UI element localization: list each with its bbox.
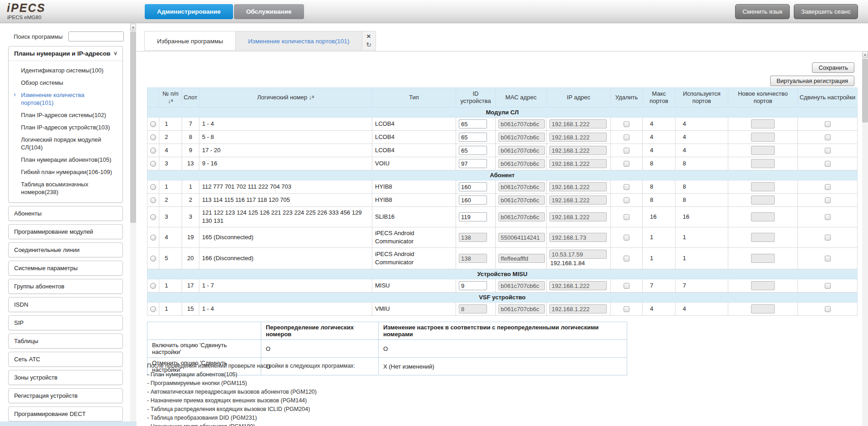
sort-ascending-icon[interactable]: ↓ᵃ xyxy=(309,94,314,101)
delete-checkbox[interactable] xyxy=(624,256,629,262)
row-select-radio[interactable] xyxy=(150,306,156,312)
sidebar-item[interactable]: Таблица восьмизначных номеров(238) xyxy=(9,178,120,198)
delete-checkbox[interactable] xyxy=(624,235,629,241)
row-select-radio[interactable] xyxy=(150,197,156,203)
delete-checkbox[interactable] xyxy=(624,148,629,154)
device-id-input[interactable] xyxy=(459,119,487,128)
cell-ip-address xyxy=(547,207,611,227)
cell-delete xyxy=(611,207,643,227)
close-tab-icon[interactable]: ✕ xyxy=(366,34,371,39)
sidebar-section-header[interactable]: Таблицы xyxy=(9,334,122,348)
delete-checkbox[interactable] xyxy=(624,161,629,167)
sidebar-section-header[interactable]: Зоны устройств xyxy=(9,370,122,385)
sidebar-section-header[interactable]: Планы нумерации и IP-адресов∨ xyxy=(9,46,122,61)
nav-tab-maintenance[interactable]: Обслуживание xyxy=(234,4,304,19)
device-id-input[interactable] xyxy=(459,195,487,205)
sidebar-item[interactable]: Обзор системы xyxy=(9,77,120,89)
row-select-radio[interactable] xyxy=(150,214,156,220)
delete-checkbox[interactable] xyxy=(624,214,629,220)
cell-device-id xyxy=(456,194,496,207)
sidebar-section-header[interactable]: ISDN xyxy=(9,298,122,312)
cell-ip-address xyxy=(547,303,611,316)
row-select-radio[interactable] xyxy=(150,256,156,262)
row-select-radio[interactable] xyxy=(150,148,156,154)
sidebar-item[interactable]: Логический порядок модулей СЛ(104) xyxy=(9,133,120,154)
sidebar-section-header[interactable]: Группы абонентов xyxy=(9,279,122,293)
shift-settings-checkbox[interactable] xyxy=(825,121,831,127)
shift-settings-checkbox[interactable] xyxy=(825,235,831,241)
main-scrollbar[interactable]: ▲ xyxy=(862,51,868,426)
delete-checkbox[interactable] xyxy=(624,121,629,127)
ip-address-input xyxy=(549,182,607,191)
shift-settings-checkbox[interactable] xyxy=(825,197,831,203)
delete-checkbox[interactable] xyxy=(624,134,629,140)
delete-checkbox[interactable] xyxy=(624,197,629,203)
nav-tab-administration[interactable]: Администрирование xyxy=(145,4,233,19)
save-button[interactable]: Сохранить xyxy=(812,62,854,73)
delete-checkbox[interactable] xyxy=(624,283,629,289)
device-id-input[interactable] xyxy=(459,182,487,191)
row-select-radio[interactable] xyxy=(150,161,156,167)
device-id-input[interactable] xyxy=(459,212,487,221)
tab-favorite-programs[interactable]: Избранные программы xyxy=(144,31,235,51)
column-header-label: Новое количество портов xyxy=(738,90,788,104)
cell-mac-address xyxy=(496,118,547,131)
shift-settings-checkbox[interactable] xyxy=(825,214,831,220)
refresh-tab-icon[interactable]: ↻ xyxy=(366,41,371,48)
device-id-input[interactable] xyxy=(459,146,487,155)
sidebar-horizontal-scrollbar[interactable] xyxy=(0,421,137,426)
device-id-input[interactable] xyxy=(459,159,487,168)
sidebar-section-header[interactable]: Программирование DECT xyxy=(9,407,122,421)
main-scrollbar-thumb[interactable] xyxy=(862,59,868,123)
sidebar-section: Зоны устройств xyxy=(8,370,123,385)
sidebar-section-header[interactable]: Регистрация устройств xyxy=(9,389,122,403)
post-change-notes: После проведения изменений проверьте нас… xyxy=(147,362,355,426)
sidebar-item[interactable]: План нумерации абонентов(105) xyxy=(9,154,120,166)
delete-checkbox[interactable] xyxy=(624,306,629,312)
column-header[interactable]: Логический номер ↓ᵃ xyxy=(199,88,372,108)
sidebar-scrollbar[interactable]: ▲ xyxy=(130,24,136,421)
shift-settings-checkbox[interactable] xyxy=(825,161,831,167)
sidebar-item[interactable]: План IP-адресов устройств(103) xyxy=(9,121,120,133)
sidebar-section-header[interactable]: Программирование модулей xyxy=(9,225,122,239)
row-select-radio[interactable] xyxy=(150,134,156,140)
shift-settings-checkbox[interactable] xyxy=(825,148,831,154)
change-language-button[interactable]: Сменить язык xyxy=(735,4,790,19)
sort-ascending-icon[interactable]: ↓ᵃ xyxy=(168,98,173,104)
device-id-input[interactable] xyxy=(459,281,487,290)
sidebar-item[interactable]: Гибкий план нумерации(106-109) xyxy=(9,166,120,178)
shift-settings-checkbox[interactable] xyxy=(825,256,831,262)
sidebar-section-header[interactable]: Сеть АТС xyxy=(9,352,122,366)
end-session-button[interactable]: Завершить сеанс xyxy=(794,4,858,19)
main-scroll-up-icon[interactable]: ▲ xyxy=(862,51,868,58)
shift-settings-checkbox[interactable] xyxy=(825,283,831,289)
sidebar-section-header[interactable]: SIP xyxy=(9,316,122,330)
cell-device-id xyxy=(456,157,496,170)
shift-settings-checkbox[interactable] xyxy=(825,134,831,140)
cell-new-port-count xyxy=(728,227,798,248)
mac-address-input xyxy=(498,119,545,128)
row-select-radio[interactable] xyxy=(150,235,156,241)
cell-used-ports: 1 xyxy=(675,248,728,269)
cell-mac-address xyxy=(496,279,547,293)
column-header[interactable]: № п/п ↓ᵃ xyxy=(159,88,182,108)
sidebar-section-header[interactable]: Системные параметры xyxy=(9,261,122,275)
sidebar-item[interactable]: План IP-адресов системы(102) xyxy=(9,109,120,121)
tab-change-port-count[interactable]: Изменение количества портов(101) xyxy=(235,31,362,51)
sidebar-section-header[interactable]: Абоненты xyxy=(9,206,122,221)
row-select-radio[interactable] xyxy=(150,283,156,289)
shift-settings-checkbox[interactable] xyxy=(825,306,831,312)
row-select-radio[interactable] xyxy=(150,184,156,190)
program-search-input[interactable] xyxy=(68,31,124,41)
table-row: 3139 - 16VOIU88 xyxy=(147,157,858,170)
row-select-radio[interactable] xyxy=(150,121,156,127)
virtual-registration-button[interactable]: Виртуальная регистрация xyxy=(770,76,854,86)
scroll-up-icon[interactable]: ▲ xyxy=(130,24,136,31)
sidebar-section-header[interactable]: Соединительные линии xyxy=(9,243,122,257)
shift-settings-checkbox[interactable] xyxy=(825,184,831,190)
sidebar-scrollbar-thumb[interactable] xyxy=(130,31,136,223)
delete-checkbox[interactable] xyxy=(624,184,629,190)
sidebar-item[interactable]: Идентификатор системы(100) xyxy=(9,64,120,77)
sidebar-item[interactable]: ›Изменение количества портов(101) xyxy=(9,89,120,109)
device-id-input[interactable] xyxy=(459,133,487,142)
